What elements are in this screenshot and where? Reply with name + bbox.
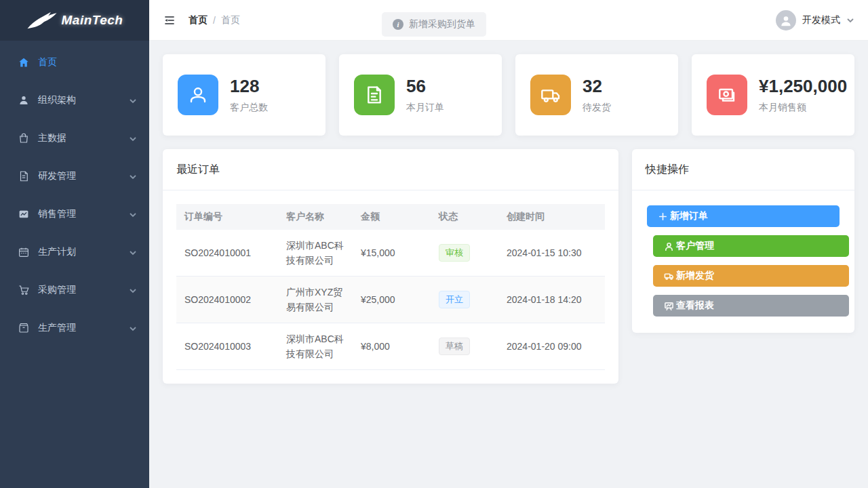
order-doc-icon: [354, 75, 395, 115]
status-cell: 审核: [431, 230, 498, 277]
new-purchase-arrival-button[interactable]: i 新增采购到货单: [382, 12, 486, 37]
topbar: 首页 / 首页 i 新增采购到货单 开发模式: [149, 0, 868, 41]
stat-value: 32: [583, 76, 611, 97]
app-root: MainTech 首页 组织架构: [0, 0, 868, 488]
column-header-created: 创建时间: [498, 204, 605, 230]
column-header-amount: 金额: [353, 204, 431, 230]
sidebar-item-production-plan[interactable]: 生产计划: [0, 233, 149, 271]
order-no-cell: SO2024010002: [176, 277, 278, 323]
customer-cell: 广州市XYZ贸易有限公司: [278, 277, 353, 323]
report-icon: [664, 301, 674, 311]
breadcrumb: 首页 / 首页: [189, 14, 240, 26]
stat-card-customers: 128 客户总数: [163, 54, 326, 136]
sidebar-item-label: 组织架构: [38, 94, 76, 106]
sidebar-item-organization[interactable]: 组织架构: [0, 81, 149, 119]
sidebar-item-master-data[interactable]: 主数据: [0, 119, 149, 157]
stat-value: 56: [406, 76, 444, 97]
table-row[interactable]: SO2024010003 深圳市ABC科技有限公司 ¥8,000 草稿 2024…: [176, 323, 605, 370]
customer-icon: [178, 75, 218, 115]
table-header-row: 订单编号 客户名称 金额 状态 创建时间: [176, 204, 605, 230]
order-no-cell: SO2024010003: [176, 323, 278, 370]
sidebar-item-label: 主数据: [38, 132, 66, 144]
sidebar-item-label: 首页: [38, 56, 57, 68]
status-cell: 开立: [431, 277, 498, 323]
sidebar-item-sales-management[interactable]: 销售管理: [0, 195, 149, 233]
view-reports-label: 查看报表: [676, 300, 714, 312]
app-logo: MainTech: [0, 0, 149, 41]
user-name: 开发模式: [802, 14, 840, 26]
status-badge: 草稿: [439, 338, 470, 355]
panel-title: 快捷操作: [646, 163, 689, 177]
info-icon: i: [393, 19, 403, 30]
sidebar-item-production-management[interactable]: 生产管理: [0, 309, 149, 347]
orders-table: 订单编号 客户名称 金额 状态 创建时间 SO2024010001: [176, 204, 605, 370]
created-cell: 2024-01-15 10:30: [498, 230, 605, 277]
new-order-button[interactable]: 新增订单: [647, 205, 840, 227]
created-cell: 2024-01-20 09:00: [498, 323, 605, 370]
new-purchase-arrival-label: 新增采购到货单: [409, 18, 475, 30]
stat-card-pending-shipments: 32 待发货: [515, 54, 678, 136]
stat-label: 待发货: [583, 102, 611, 114]
column-header-customer: 客户名称: [278, 204, 353, 230]
chevron-down-icon: [129, 210, 137, 218]
sidebar-item-label: 研发管理: [38, 170, 76, 182]
breadcrumb-separator: /: [213, 15, 216, 26]
recent-orders-panel: 最近订单 订单编号 客户名称 金额: [163, 149, 618, 384]
customer-cell: 深圳市ABC科技有限公司: [278, 323, 353, 370]
breadcrumb-root[interactable]: 首页: [189, 14, 208, 26]
stat-value: ¥1,250,000: [759, 76, 847, 97]
order-no-cell: SO2024010001: [176, 230, 278, 277]
sidebar-item-label: 生产管理: [38, 322, 76, 334]
box-icon: [18, 322, 30, 334]
created-cell: 2024-01-18 14:20: [498, 277, 605, 323]
stat-value: 128: [230, 76, 268, 97]
column-header-status: 状态: [431, 204, 498, 230]
status-badge: 审核: [439, 244, 470, 262]
chart-icon: [18, 208, 30, 220]
chevron-down-icon: [129, 134, 137, 142]
page-content: 128 客户总数 56 本月订单: [149, 41, 868, 488]
new-order-label: 新增订单: [670, 210, 708, 222]
stat-label: 本月订单: [406, 102, 444, 114]
quick-actions-panel: 快捷操作 新增订单 客户管理 新增发货: [632, 149, 854, 333]
money-icon: [707, 75, 747, 115]
main-area: 首页 / 首页 i 新增采购到货单 开发模式: [149, 0, 868, 488]
stat-cards: 128 客户总数 56 本月订单: [163, 54, 854, 136]
status-cell: 草稿: [431, 323, 498, 370]
quick-actions-header: 快捷操作: [632, 149, 854, 190]
customer-management-button[interactable]: 客户管理: [653, 235, 849, 257]
status-badge: 开立: [439, 291, 470, 308]
table-row[interactable]: SO2024010002 广州市XYZ贸易有限公司 ¥25,000 开立 202…: [176, 277, 605, 323]
recent-orders-body: 订单编号 客户名称 金额 状态 创建时间 SO2024010001: [163, 190, 618, 384]
sidebar-collapse-icon[interactable]: [163, 13, 178, 28]
new-shipment-label: 新增发货: [676, 270, 714, 282]
chevron-down-icon: [129, 248, 137, 256]
sidebar-nav: 首页 组织架构 主数据: [0, 41, 149, 347]
chevron-down-icon: [129, 172, 137, 180]
stat-label: 客户总数: [230, 102, 268, 114]
calendar-icon: [18, 246, 30, 258]
sidebar: MainTech 首页 组织架构: [0, 0, 149, 488]
org-icon: [18, 94, 30, 106]
avatar: [776, 10, 796, 30]
sidebar-item-label: 销售管理: [38, 208, 76, 220]
sidebar-item-rd-management[interactable]: 研发管理: [0, 157, 149, 195]
chevron-down-icon: [846, 16, 854, 24]
truck-icon: [530, 75, 571, 115]
sidebar-item-label: 采购管理: [38, 284, 76, 296]
sidebar-item-home[interactable]: 首页: [0, 43, 149, 81]
plus-icon: [658, 211, 668, 222]
table-row[interactable]: SO2024010001 深圳市ABC科技有限公司 ¥15,000 审核 202…: [176, 230, 605, 277]
sidebar-item-purchase-management[interactable]: 采购管理: [0, 271, 149, 309]
breadcrumb-current: 首页: [221, 14, 240, 26]
view-reports-button[interactable]: 查看报表: [653, 295, 849, 317]
stat-card-monthly-sales: ¥1,250,000 本月销售额: [692, 54, 854, 136]
amount-cell: ¥25,000: [353, 277, 431, 323]
recent-orders-header: 最近订单: [163, 149, 618, 190]
user-menu[interactable]: 开发模式: [776, 10, 854, 30]
truck-icon: [664, 271, 674, 281]
new-shipment-button[interactable]: 新增发货: [653, 265, 849, 287]
customer-icon: [664, 241, 674, 251]
customer-cell: 深圳市ABC科技有限公司: [278, 230, 353, 277]
sidebar-item-label: 生产计划: [38, 246, 76, 258]
